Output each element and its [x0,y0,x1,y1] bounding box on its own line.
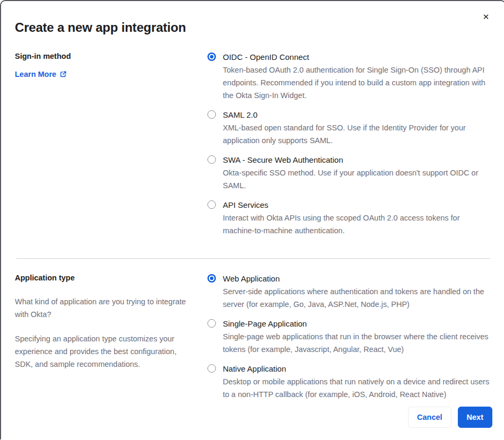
radio-option-native-application[interactable]: Native Application Desktop or mobile app… [207,363,491,401]
radio-icon-saml[interactable] [207,110,216,119]
radio-icon-native-application[interactable] [207,364,216,373]
close-icon[interactable]: ✕ [480,11,492,23]
radio-icon-api-services[interactable] [207,200,216,209]
option-label: SWA - Secure Web Authentication [223,154,490,165]
application-type-left: Application type What kind of applicatio… [15,273,195,408]
radio-option-web-application[interactable]: Web Application Server-side applications… [207,273,491,311]
option-description: Token-based OAuth 2.0 authentication for… [223,64,490,102]
external-link-icon [59,71,67,78]
learn-more-label: Learn More [15,70,56,78]
option-label: API Services [223,199,490,210]
option-label: SAML 2.0 [223,109,490,120]
application-type-options: Web Application Server-side applications… [207,273,491,408]
option-description: XML-based open standard for SSO. Use if … [223,121,490,147]
application-type-label: Application type [15,273,195,283]
option-label: Native Application [223,363,490,374]
radio-option-swa[interactable]: SWA - Secure Web Authentication Okta-spe… [207,154,491,192]
next-button[interactable]: Next [458,407,492,428]
radio-icon-web-application[interactable] [207,274,216,283]
radio-option-api-services[interactable]: API Services Interact with Okta APIs usi… [207,199,491,237]
option-description: Single-page web applications that run in… [223,330,490,356]
option-description: Server-side applications where authentic… [223,285,490,311]
option-label: Single-Page Application [223,318,490,329]
application-type-question: What kind of application are you trying … [15,295,195,321]
option-description: Desktop or mobile applications that run … [223,375,490,401]
option-label: OIDC - OpenID Connect [223,51,490,63]
learn-more-link[interactable]: Learn More [15,70,67,78]
application-type-note: Specifying an application type customize… [15,332,195,371]
option-description: Okta-specific SSO method. Use if your ap… [223,166,490,192]
sign-in-method-left: Sign-in method Learn More [15,51,195,244]
option-description: Interact with Okta APIs using the scoped… [223,212,490,237]
radio-icon-single-page-application[interactable] [207,319,216,328]
sign-in-method-section: Sign-in method Learn More OIDC - OpenID … [15,51,491,244]
section-divider [16,258,490,259]
radio-icon-swa[interactable] [207,155,216,164]
radio-icon-oidc[interactable] [207,52,216,61]
radio-option-oidc[interactable]: OIDC - OpenID Connect Token-based OAuth … [207,51,491,102]
option-label: Web Application [223,273,490,284]
application-type-section: Application type What kind of applicatio… [15,273,491,408]
radio-option-single-page-application[interactable]: Single-Page Application Single-page web … [207,318,491,356]
dialog-title: Create a new app integration [15,20,491,35]
sign-in-method-options: OIDC - OpenID Connect Token-based OAuth … [207,51,491,244]
radio-option-saml[interactable]: SAML 2.0 XML-based open standard for SSO… [207,109,491,147]
dialog-footer: Cancel Next [408,407,492,428]
create-app-integration-dialog: ✕ Create a new app integration Sign-in m… [0,0,504,439]
sign-in-method-label: Sign-in method [15,51,195,61]
cancel-button[interactable]: Cancel [408,407,451,428]
